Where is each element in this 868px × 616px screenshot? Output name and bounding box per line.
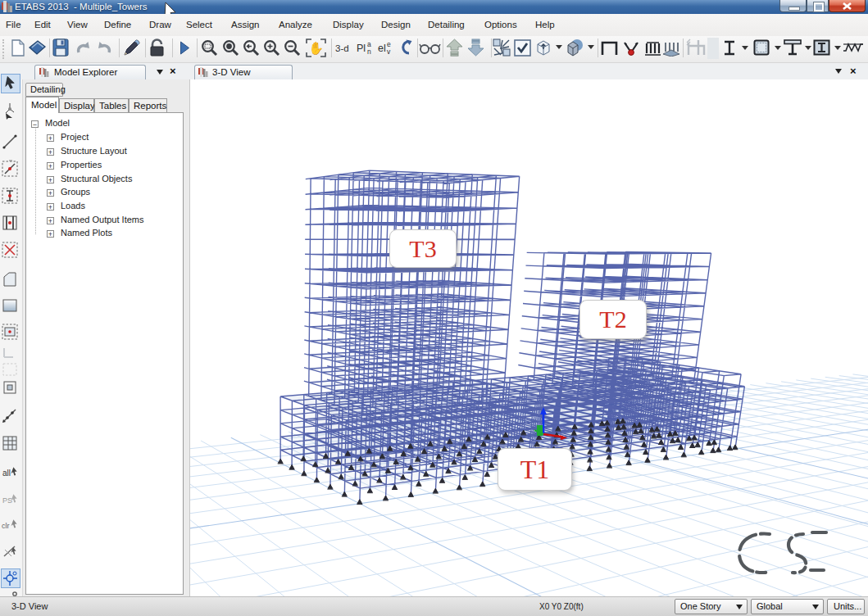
svg-text:clr: clr [2, 522, 10, 530]
svg-text:✋: ✋ [308, 41, 324, 56]
svg-text:all: all [2, 469, 11, 478]
svg-text:PS: PS [2, 496, 12, 505]
